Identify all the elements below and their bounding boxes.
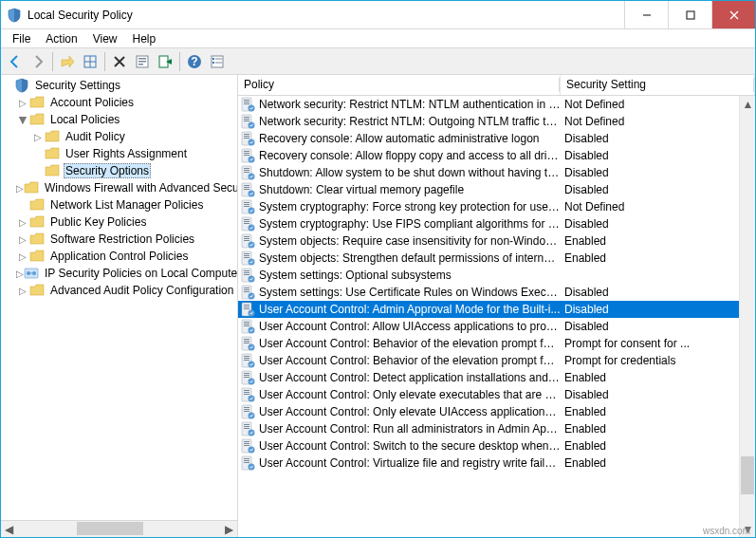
menu-file[interactable]: File: [5, 30, 38, 47]
list-row[interactable]: System objects: Require case insensitivi…: [238, 232, 755, 250]
tree-item[interactable]: ▷IP Security Policies on Local Compute: [1, 265, 237, 282]
list-row[interactable]: User Account Control: Only elevate UIAcc…: [238, 403, 755, 420]
back-button[interactable]: [5, 51, 26, 72]
scroll-right-icon[interactable]: ▶: [221, 521, 237, 537]
column-header-policy[interactable]: Policy: [238, 75, 561, 95]
policy-name: User Account Control: Behavior of the el…: [259, 337, 561, 350]
expander-icon[interactable]: ▷: [16, 269, 24, 279]
policy-setting: Disabled: [561, 286, 755, 299]
list-row[interactable]: Recovery console: Allow automatic admini…: [238, 130, 755, 147]
list-row[interactable]: User Account Control: Detect application…: [238, 369, 755, 386]
policy-setting: Enabled: [561, 251, 755, 265]
properties-button[interactable]: [132, 51, 153, 72]
policy-icon: [240, 114, 255, 129]
list-row[interactable]: User Account Control: Behavior of the el…: [238, 335, 755, 352]
list-pane: Policy Security Setting Network security…: [238, 75, 755, 537]
folder-icon: [29, 283, 45, 298]
expander-icon[interactable]: ⯆: [16, 115, 29, 125]
maximize-button[interactable]: [668, 1, 711, 28]
tree-horizontal-scrollbar[interactable]: ◀ ▶: [1, 520, 237, 537]
tree-item[interactable]: Security Options: [1, 162, 237, 179]
scroll-up-icon[interactable]: ▲: [740, 96, 756, 112]
tree-item[interactable]: ▷Software Restriction Policies: [1, 231, 237, 248]
tree-label: Security Options: [64, 163, 151, 178]
policy-setting: Disabled: [561, 303, 755, 316]
policy-name: User Account Control: Only elevate execu…: [259, 388, 561, 401]
tree-item[interactable]: ▷Audit Policy: [1, 128, 237, 145]
policy-name: System cryptography: Use FIPS compliant …: [259, 217, 561, 231]
tree-item[interactable]: ▷Application Control Policies: [1, 248, 237, 265]
expander-icon[interactable]: ▷: [16, 234, 29, 245]
column-header-setting[interactable]: Security Setting: [561, 75, 755, 95]
scroll-left-icon[interactable]: ◀: [1, 521, 17, 537]
show-hide-tree-button[interactable]: [80, 51, 101, 72]
list-row[interactable]: Network security: Restrict NTLM: NTLM au…: [238, 96, 755, 113]
expander-icon[interactable]: ▷: [16, 217, 29, 228]
list-row[interactable]: Recovery console: Allow floppy copy and …: [238, 147, 755, 164]
help-button[interactable]: [184, 51, 205, 72]
policy-name: System objects: Require case insensitivi…: [259, 234, 561, 248]
policy-name: System objects: Strengthen default permi…: [259, 251, 561, 265]
minimize-button[interactable]: [624, 1, 668, 28]
expander-icon[interactable]: ▷: [16, 251, 29, 262]
list-row[interactable]: Network security: Restrict NTLM: Outgoin…: [238, 113, 755, 130]
policy-icon: [240, 97, 255, 112]
tree-item[interactable]: ▷Windows Firewall with Advanced Secu: [1, 179, 237, 196]
folder-icon: [29, 232, 45, 247]
list-row[interactable]: System cryptography: Force strong key pr…: [238, 198, 755, 215]
list-row[interactable]: System cryptography: Use FIPS compliant …: [238, 215, 755, 232]
close-button[interactable]: [711, 1, 755, 28]
expander-icon[interactable]: ▷: [16, 183, 24, 194]
policy-setting: Prompt for consent for ...: [561, 337, 755, 350]
policy-setting: Disabled: [561, 183, 755, 196]
policy-icon: [240, 182, 255, 197]
tree-root[interactable]: Security Settings: [1, 77, 237, 94]
list-vertical-scrollbar[interactable]: ▲ ▼: [739, 96, 755, 537]
tree-label: Windows Firewall with Advanced Secu: [43, 181, 237, 195]
list-row[interactable]: User Account Control: Allow UIAccess app…: [238, 318, 755, 335]
list-row[interactable]: Shutdown: Allow system to be shut down w…: [238, 164, 755, 181]
policy-setting: Not Defined: [561, 200, 755, 213]
tree-item[interactable]: Network List Manager Policies: [1, 196, 237, 213]
menu-view[interactable]: View: [85, 30, 125, 47]
policy-icon: [240, 285, 255, 300]
list-header: Policy Security Setting: [238, 75, 755, 96]
folder-icon: [29, 197, 45, 213]
scroll-thumb[interactable]: [77, 522, 143, 535]
policy-setting: Disabled: [561, 166, 755, 179]
tree-label: Advanced Audit Policy Configuration: [48, 284, 235, 297]
policy-setting: Prompt for credentials: [561, 354, 755, 367]
tree-item[interactable]: User Rights Assignment: [1, 145, 237, 162]
tree-body[interactable]: Security Settings▷Account Policies⯆Local…: [1, 75, 237, 520]
list-body[interactable]: Network security: Restrict NTLM: NTLM au…: [238, 96, 755, 537]
list-row[interactable]: User Account Control: Only elevate execu…: [238, 386, 755, 403]
policy-name: User Account Control: Only elevate UIAcc…: [259, 405, 561, 418]
list-row[interactable]: User Account Control: Behavior of the el…: [238, 352, 755, 369]
list-row[interactable]: User Account Control: Virtualize file an…: [238, 455, 755, 472]
tree-item[interactable]: ▷Public Key Policies: [1, 213, 237, 231]
tree-item[interactable]: ⯆Local Policies: [1, 111, 237, 128]
menu-help[interactable]: Help: [125, 30, 164, 47]
list-row[interactable]: User Account Control: Admin Approval Mod…: [238, 301, 755, 318]
export-list-button[interactable]: [155, 51, 175, 72]
list-row[interactable]: Shutdown: Clear virtual memory pagefileD…: [238, 181, 755, 198]
list-row[interactable]: User Account Control: Run all administra…: [238, 420, 755, 437]
list-row[interactable]: System settings: Optional subsystems: [238, 267, 755, 284]
expander-icon[interactable]: ▷: [16, 286, 29, 296]
list-row[interactable]: User Account Control: Switch to the secu…: [238, 437, 755, 455]
forward-button[interactable]: [28, 51, 48, 72]
tree-item[interactable]: ▷Account Policies: [1, 94, 237, 111]
policy-icon: [240, 148, 255, 163]
expander-icon[interactable]: ▷: [16, 98, 29, 108]
expander-icon[interactable]: ▷: [31, 132, 45, 142]
scroll-thumb[interactable]: [741, 456, 754, 494]
list-row[interactable]: System objects: Strengthen default permi…: [238, 250, 755, 267]
menu-action[interactable]: Action: [38, 30, 84, 47]
up-button[interactable]: [57, 51, 78, 72]
list-row[interactable]: System settings: Use Certificate Rules o…: [238, 284, 755, 301]
tree-item[interactable]: ▷Advanced Audit Policy Configuration: [1, 282, 237, 299]
delete-button[interactable]: [109, 51, 130, 72]
policy-setting: Enabled: [561, 371, 755, 384]
tree-label: User Rights Assignment: [64, 147, 189, 160]
tasks-button[interactable]: [207, 51, 228, 72]
